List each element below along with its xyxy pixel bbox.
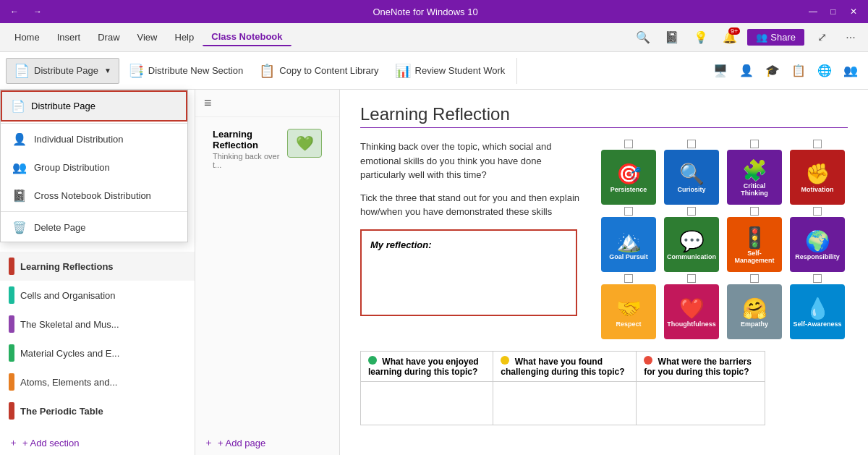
ribbon-notebook2-icon[interactable]: 📋: [787, 59, 810, 82]
skill-motivation[interactable]: ✊ Motivation: [790, 150, 845, 205]
checkbox-curiosity[interactable]: [687, 140, 696, 148]
skill-respect[interactable]: 🤝 Respect: [601, 284, 656, 339]
page-item-learning-reflection[interactable]: Learning Reflection Thinking back over t…: [195, 117, 339, 181]
menu-home[interactable]: Home: [6, 29, 48, 46]
menu-view[interactable]: View: [129, 29, 166, 46]
review-student-button[interactable]: 📊 Review Student Work: [388, 59, 513, 83]
table-cell-barriers[interactable]: [637, 382, 765, 425]
notification-icon[interactable]: 🔔9+: [718, 26, 741, 49]
skill-persistence[interactable]: 🎯 Persistence: [601, 150, 656, 205]
menu-class-notebook[interactable]: Class Notebook: [203, 28, 291, 46]
group-label: Group Distribution: [34, 162, 110, 173]
content-para2: Tick the three that stand out for you an…: [360, 191, 584, 219]
add-section-button[interactable]: ＋ + Add section: [0, 430, 195, 455]
expand-icon[interactable]: ⤢: [810, 26, 833, 49]
copy-content-button[interactable]: 📋 Copy to Content Library: [252, 59, 386, 83]
close-button[interactable]: ✕: [845, 3, 862, 20]
skill-empathy[interactable]: 🤗 Empathy: [727, 284, 782, 339]
checkbox-critical[interactable]: [750, 140, 759, 148]
section-label-0: Learning Reflections: [20, 261, 114, 272]
menu-draw[interactable]: Draw: [89, 29, 128, 46]
sidebar: 📄 Distribute Page 👤 Individual Distribut…: [0, 90, 195, 455]
ribbon-screen-icon[interactable]: 🖥️: [709, 59, 732, 82]
menu-insert[interactable]: Insert: [48, 29, 90, 46]
page-preview-0: Thinking back over t...: [213, 152, 281, 169]
checkbox-aware[interactable]: [813, 274, 822, 283]
share-button[interactable]: 👥 Share: [747, 29, 804, 46]
skill-checkbox-persistence: 🎯 Persistence: [598, 140, 659, 205]
delete-page-item[interactable]: 🗑️ Delete Page: [1, 213, 187, 242]
table-cell-enjoyed[interactable]: [361, 382, 493, 425]
skill-checkbox-critical: 🧩 Critical Thinking: [724, 140, 785, 205]
ribbon-user-icon[interactable]: 👤: [735, 59, 758, 82]
skill-critical[interactable]: 🧩 Critical Thinking: [727, 150, 782, 205]
critical-label: Critical Thinking: [730, 182, 779, 197]
section-periodic[interactable]: The Periodic Table: [0, 396, 195, 425]
section-energy[interactable]: Energy: [0, 425, 195, 430]
back-button[interactable]: ←: [6, 3, 23, 20]
checkbox-comm[interactable]: [687, 207, 696, 216]
comm-icon: 💬: [679, 229, 705, 253]
checkbox-thought[interactable]: [687, 274, 696, 283]
add-section-label: + Add section: [22, 438, 79, 448]
reflection-label: My reflection:: [370, 239, 567, 250]
dot-red: [644, 356, 652, 365]
cross-notebook-item[interactable]: 📓 Cross Notebook Distribution: [1, 182, 187, 210]
ribbon-globe-icon[interactable]: 🌐: [813, 59, 836, 82]
skill-checkbox-thought: ❤️ Thoughtfulness: [661, 274, 722, 339]
reflection-box[interactable]: My reflection:: [360, 229, 577, 316]
skill-goal[interactable]: 🏔️ Goal Pursuit: [601, 217, 656, 272]
section-skeletal[interactable]: The Skeletal and Mus...: [0, 310, 195, 339]
minimize-button[interactable]: —: [804, 3, 822, 20]
skill-checkbox-resp: 🌍 Responsibility: [787, 207, 848, 272]
aware-icon: 💧: [805, 297, 830, 320]
checkbox-selfmgmt[interactable]: [750, 207, 759, 216]
dropdown-top-item[interactable]: 📄 Distribute Page: [1, 90, 187, 122]
reflection-table: What have you enjoyed learning during th…: [360, 351, 765, 425]
reflection-table-container: What have you enjoyed learning during th…: [360, 351, 848, 425]
skill-selfmgmt[interactable]: 🚦 Self-Management: [727, 217, 782, 272]
checkbox-resp[interactable]: [813, 207, 822, 216]
checkbox-motivation[interactable]: [813, 140, 822, 148]
sort-icon[interactable]: ≡: [204, 95, 212, 111]
thought-icon: ❤️: [679, 297, 705, 320]
menu-help[interactable]: Help: [166, 29, 203, 46]
distribute-new-section-button[interactable]: 📑 Distribute New Section: [121, 59, 251, 83]
skills-grid: 🎯 Persistence 🔍 Curiosity: [598, 140, 848, 339]
skills-grid-container: 🎯 Persistence 🔍 Curiosity: [598, 140, 848, 339]
skill-aware[interactable]: 💧 Self-Awareness: [790, 284, 845, 339]
skill-thought[interactable]: ❤️ Thoughtfulness: [664, 284, 719, 339]
goal-icon: 🏔️: [616, 229, 642, 253]
section-material-cycles[interactable]: Material Cycles and E...: [0, 339, 195, 367]
table-cell-challenging[interactable]: [493, 382, 637, 425]
header-challenging-text: What have you found challenging during t…: [501, 357, 624, 377]
maximize-button[interactable]: □: [825, 3, 842, 20]
skill-comm[interactable]: 💬 Communication: [664, 217, 719, 272]
individual-distribution-item[interactable]: 👤 Individual Distribution: [1, 125, 187, 153]
notebook-icon[interactable]: 📓: [660, 26, 684, 49]
forward-button[interactable]: →: [29, 3, 46, 20]
section-learning-reflections[interactable]: Learning Reflections: [0, 252, 195, 281]
group-distribution-item[interactable]: 👥 Group Distribution: [1, 153, 187, 182]
more-options-icon[interactable]: ···: [839, 26, 862, 49]
section-atoms[interactable]: Atoms, Elements and...: [0, 367, 195, 396]
page-list-footer: ＋ + Add page: [195, 430, 339, 455]
search-icon[interactable]: 🔍: [631, 26, 655, 49]
dropdown-sep-2: [1, 211, 187, 212]
add-page-button[interactable]: ＋ + Add page: [195, 430, 339, 455]
dropdown-top-label: Distribute Page: [31, 101, 95, 111]
section-cells[interactable]: Cells and Organisation: [0, 281, 195, 310]
content-wrapper: Thinking back over the topic, which soci…: [360, 140, 848, 339]
skill-resp[interactable]: 🌍 Responsibility: [790, 217, 845, 272]
checkbox-empathy[interactable]: [750, 274, 759, 283]
skill-curiosity[interactable]: 🔍 Curiosity: [664, 150, 719, 205]
checkbox-goal[interactable]: [624, 207, 633, 216]
distribute-page-button[interactable]: 📄 Distribute Page ▼: [6, 58, 119, 84]
ribbon-grad-icon[interactable]: 🎓: [761, 59, 784, 82]
checkbox-respect[interactable]: [624, 274, 633, 283]
persistence-label: Persistence: [610, 186, 647, 193]
section-dot-red: [9, 258, 14, 275]
ribbon-users-icon[interactable]: 👥: [839, 59, 862, 82]
checkbox-persistence[interactable]: [624, 140, 633, 148]
lightbulb-icon[interactable]: 💡: [689, 26, 712, 49]
